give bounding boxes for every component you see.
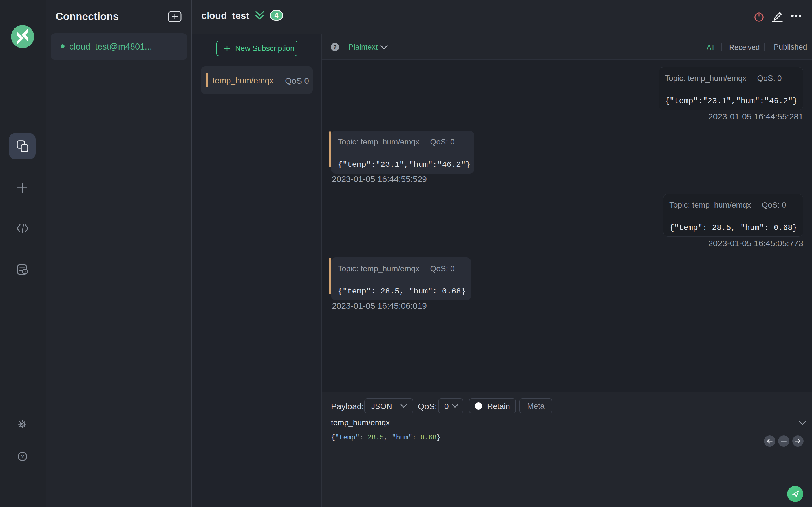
svg-text:?: ? xyxy=(21,453,24,459)
